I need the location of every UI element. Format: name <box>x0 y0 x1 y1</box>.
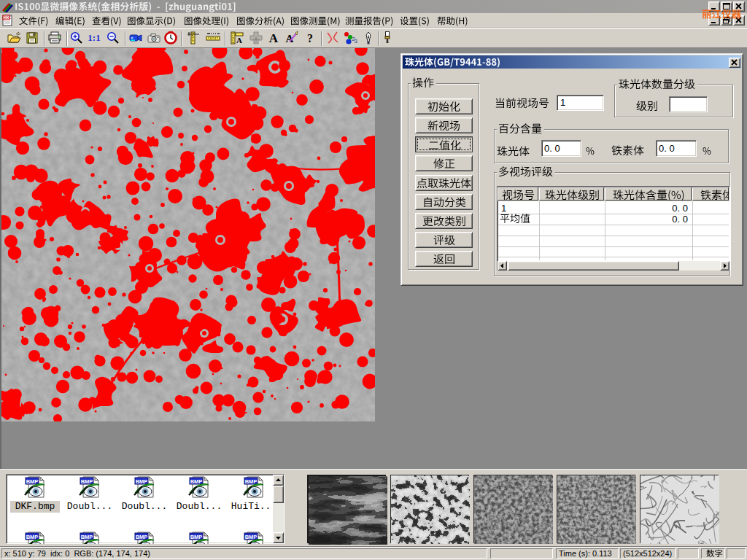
svg-text:A: A <box>269 31 279 45</box>
svg-text:BMP: BMP <box>190 534 203 540</box>
svg-text:BMP: BMP <box>26 534 39 540</box>
svg-text:1:1: 1:1 <box>88 32 100 43</box>
svg-text:?: ? <box>307 32 313 44</box>
svg-text:DOC: DOC <box>4 16 12 20</box>
svg-text:A: A <box>236 36 242 44</box>
svg-text:BMP: BMP <box>81 534 93 540</box>
svg-text:BMP: BMP <box>245 534 258 540</box>
svg-text:BMP: BMP <box>81 478 93 485</box>
svg-text:BMP: BMP <box>136 534 148 540</box>
svg-text:3: 3 <box>355 38 358 44</box>
svg-text:BMP: BMP <box>245 478 258 485</box>
svg-text:BMP: BMP <box>26 478 39 485</box>
svg-text:BMP: BMP <box>190 478 203 485</box>
svg-text:BMP: BMP <box>136 478 148 485</box>
